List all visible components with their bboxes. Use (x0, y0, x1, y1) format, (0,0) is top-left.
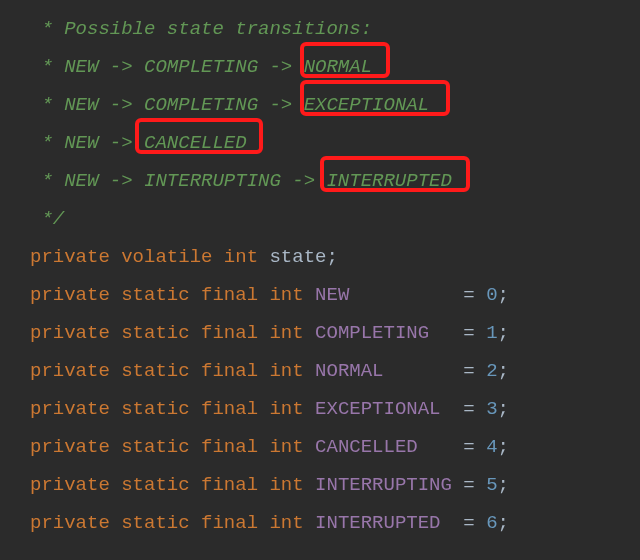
const-value: 3 (486, 398, 497, 420)
comment-text: * Possible state transitions: (30, 18, 372, 40)
const-value: 6 (486, 512, 497, 534)
comment-transition-1: * NEW -> COMPLETING -> NORMAL (30, 48, 640, 86)
declaration-state: private volatile int state; (30, 238, 338, 276)
comment-transition-4: * NEW -> INTERRUPTING -> INTERRUPTED (30, 162, 640, 200)
const-value: 5 (486, 474, 497, 496)
comment-title: * Possible state transitions: (30, 10, 640, 48)
const-name: COMPLETING (315, 322, 452, 344)
comment-transition-3: * NEW -> CANCELLED (30, 124, 640, 162)
declaration-const: private static final int INTERRUPTING = … (30, 466, 509, 504)
const-value: 0 (486, 284, 497, 306)
const-name: EXCEPTIONAL (315, 398, 452, 420)
declaration-const: private static final int NEW = 0; (30, 276, 509, 314)
const-name: INTERRUPTED (315, 512, 452, 534)
declaration-const: private static final int EXCEPTIONAL = 3… (30, 390, 509, 428)
const-value: 4 (486, 436, 497, 458)
const-value: 1 (486, 322, 497, 344)
const-name: NORMAL (315, 360, 452, 382)
declaration-const: private static final int CANCELLED = 4; (30, 428, 509, 466)
comment-transition-2: * NEW -> COMPLETING -> EXCEPTIONAL (30, 86, 640, 124)
declaration-const: private static final int INTERRUPTED = 6… (30, 504, 509, 542)
const-name: NEW (315, 284, 452, 306)
const-name: CANCELLED (315, 436, 452, 458)
declaration-const: private static final int NORMAL = 2; (30, 352, 509, 390)
declaration-const: private static final int COMPLETING = 1; (30, 314, 509, 352)
const-name: INTERRUPTING (315, 474, 452, 496)
const-value: 2 (486, 360, 497, 382)
comment-close: */ (30, 200, 640, 238)
